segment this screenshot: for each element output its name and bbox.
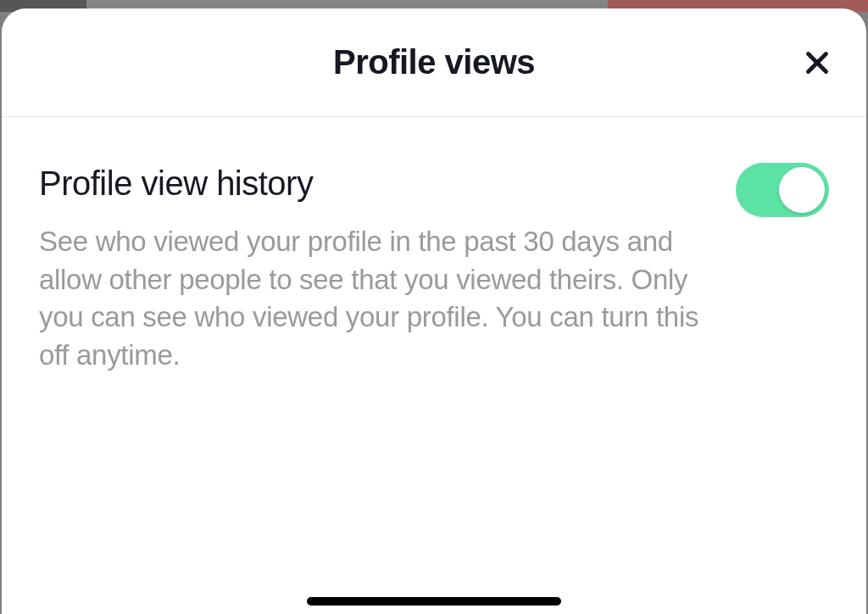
toggle-knob: [779, 167, 825, 213]
close-button[interactable]: [798, 44, 836, 81]
setting-text-block: Profile view history See who viewed your…: [39, 165, 702, 374]
close-icon: [802, 47, 832, 78]
setting-description: See who viewed your profile in the past …: [39, 223, 702, 374]
modal-header: Profile views: [2, 8, 866, 117]
profile-views-modal: Profile views Profile view history See w…: [2, 8, 866, 614]
setting-title: Profile view history: [39, 165, 702, 203]
setting-row: Profile view history See who viewed your…: [39, 165, 829, 374]
profile-view-history-toggle[interactable]: [736, 163, 829, 217]
modal-content: Profile view history See who viewed your…: [2, 117, 866, 374]
home-indicator[interactable]: [307, 597, 561, 606]
modal-title: Profile views: [333, 43, 535, 81]
